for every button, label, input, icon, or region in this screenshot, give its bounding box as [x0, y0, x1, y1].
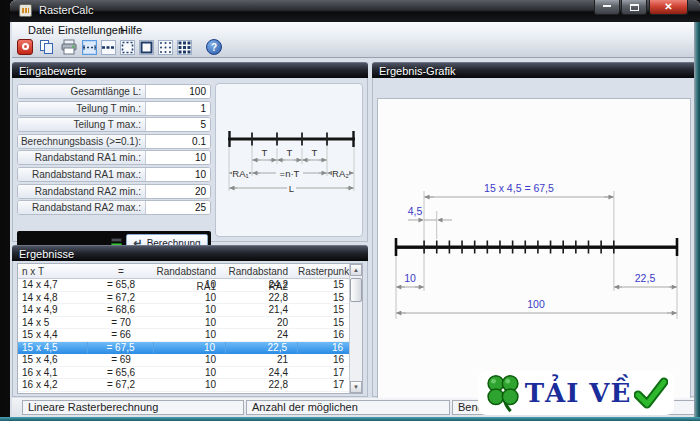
input-field-label: Randabstand RA2 min.:	[18, 185, 146, 198]
close-button[interactable]: ✕	[649, 0, 688, 15]
exit-icon[interactable]	[16, 38, 34, 56]
table-cell: = 68,6	[88, 304, 154, 316]
input-field-value[interactable]: 10	[146, 151, 210, 164]
table-cell: 16	[298, 342, 350, 354]
table-row[interactable]: 14 x 4,8= 67,21022,815	[18, 292, 362, 305]
minimize-button[interactable]	[594, 0, 620, 15]
table-row[interactable]: 16 x 4,1= 65,61024,417	[18, 367, 362, 380]
table-cell: = 65,6	[88, 367, 154, 379]
input-field-value[interactable]: 1	[146, 102, 210, 115]
results-panel-header: Ergebnisse	[12, 245, 368, 261]
table-cell: 10	[154, 317, 226, 329]
schematic-nt-label: =n·T	[280, 168, 300, 179]
table-cell: 24,2	[226, 279, 298, 291]
print-icon[interactable]	[60, 38, 78, 56]
window-title: RasterCalc	[39, 4, 93, 16]
raster-frame-dotted-icon[interactable]	[120, 40, 135, 55]
results-table-header[interactable]: n x T=Randabstand RA1Randabstand RA2Rast…	[18, 264, 362, 279]
column-header[interactable]: Randabstand RA1	[154, 264, 226, 278]
close-icon: ✕	[664, 2, 672, 12]
schematic-ra2-label: RA₂	[332, 168, 349, 179]
raster-grid-fine-icon[interactable]	[158, 40, 173, 55]
table-cell: 10	[154, 367, 226, 379]
table-cell: 15 x 4,6	[18, 354, 88, 366]
input-field-row: Randabstand RA2 max.:25	[17, 200, 211, 215]
table-cell: = 66	[88, 329, 154, 341]
table-cell: 17	[298, 379, 350, 391]
table-cell: 15	[298, 279, 350, 291]
table-cell: = 67,2	[88, 379, 154, 391]
dim-ra1-label: 10	[404, 272, 416, 284]
schematic-t3-label: T	[312, 147, 318, 158]
input-field-row: Randabstand RA1 max.:10	[17, 167, 211, 182]
input-field-row: Randabstand RA1 min.:10	[17, 150, 211, 165]
dim-total-label: 100	[527, 298, 545, 310]
raster-line-dense-icon[interactable]	[101, 40, 116, 55]
status-solution-count: Anzahl der möglichen Lösungsvarianten: 8…	[246, 400, 450, 415]
table-cell: 24,4	[226, 367, 298, 379]
input-field-value[interactable]: 5	[146, 118, 210, 131]
input-field-value[interactable]: 20	[146, 185, 210, 198]
results-table-body: 14 x 4,7= 65,81024,21514 x 4,8= 67,21022…	[18, 279, 362, 392]
table-row[interactable]: 16 x 4,3= 68,81021,217	[18, 392, 362, 393]
table-row[interactable]: 15 x 4,4= 66102416	[18, 329, 362, 342]
input-field-label: Berechnungsbasis (>=0.1):	[18, 135, 146, 148]
table-cell: 15	[298, 304, 350, 316]
input-field-value[interactable]: 25	[146, 201, 210, 214]
window-border-right	[694, 22, 700, 421]
table-cell: 10	[154, 379, 226, 391]
table-row[interactable]: 14 x 4,7= 65,81024,215	[18, 279, 362, 292]
table-cell: 10	[154, 292, 226, 304]
graphic-panel-header: Ergebnis-Grafik	[372, 62, 698, 78]
maximize-button[interactable]	[621, 0, 647, 15]
menu-item-datei[interactable]: Datei	[24, 23, 58, 37]
copy-icon[interactable]	[38, 38, 56, 56]
scrollbar-thumb[interactable]	[350, 278, 362, 302]
table-cell: 17	[298, 392, 350, 393]
menu-item-hilfe[interactable]: Hilfe	[116, 23, 146, 37]
table-row[interactable]: 16 x 4,2= 67,21022,817	[18, 379, 362, 392]
column-header[interactable]: Randabstand RA2	[226, 264, 298, 278]
column-header[interactable]: =	[88, 264, 154, 278]
toolbar: ?	[12, 37, 698, 58]
title-bar[interactable]: RasterCalc ✕	[10, 0, 700, 22]
table-row[interactable]: 15 x 4,6= 69102116	[18, 354, 362, 367]
results-scrollbar[interactable]: ▲ ▼	[349, 264, 362, 393]
table-cell: 14 x 5	[18, 317, 88, 329]
table-cell: 15	[298, 292, 350, 304]
table-cell: 16 x 4,1	[18, 367, 88, 379]
input-field-label: Randabstand RA1 min.:	[18, 151, 146, 164]
table-row[interactable]: 14 x 5= 70102015	[18, 317, 362, 330]
raster-frame-icon[interactable]	[139, 40, 154, 55]
table-cell: 17	[298, 367, 350, 379]
raster-grid-icon[interactable]	[177, 40, 192, 55]
table-cell: 20	[226, 317, 298, 329]
dimension-drawing: 15 x 4,5 = 67,5 4,5 10 22,5 100	[378, 99, 690, 407]
schematic-box: T T T RA₁ =n·T RA₂ L	[215, 83, 363, 237]
table-cell: 16 x 4,3	[18, 392, 88, 393]
check-icon	[634, 377, 668, 409]
input-field-label: Randabstand RA1 max.:	[18, 168, 146, 181]
help-icon[interactable]: ?	[206, 39, 222, 55]
schematic-ra1-label: RA₁	[232, 168, 248, 179]
input-field-value[interactable]: 10	[146, 168, 210, 181]
table-cell: 16	[298, 354, 350, 366]
table-row[interactable]: 14 x 4,9= 68,61021,415	[18, 304, 362, 317]
input-field-row: Randabstand RA2 min.:20	[17, 184, 211, 199]
table-cell: 22,8	[226, 379, 298, 391]
schematic-drawing: T T T RA₁ =n·T RA₂ L	[216, 84, 362, 236]
watermark-label: TẢI VỀ	[525, 378, 632, 408]
table-cell: = 69	[88, 354, 154, 366]
input-field-value[interactable]: 100	[146, 85, 210, 98]
input-field-value[interactable]: 0.1	[146, 135, 210, 148]
scroll-down-icon[interactable]: ▼	[350, 381, 362, 393]
scroll-up-icon[interactable]: ▲	[350, 264, 362, 276]
input-field-label: Randabstand RA2 max.:	[18, 201, 146, 214]
table-cell: 15 x 4,5	[18, 342, 88, 354]
inputs-panel: Gesamtlänge L:100Teilung T min.:1Teilung…	[12, 78, 368, 242]
column-header[interactable]: Rasterpunkte	[298, 264, 350, 278]
raster-line-icon[interactable]	[82, 40, 97, 55]
table-row[interactable]: 15 x 4,5= 67,51022,516	[18, 342, 362, 355]
input-field-row: Teilung T max.:5	[17, 117, 211, 132]
column-header[interactable]: n x T	[18, 264, 88, 278]
